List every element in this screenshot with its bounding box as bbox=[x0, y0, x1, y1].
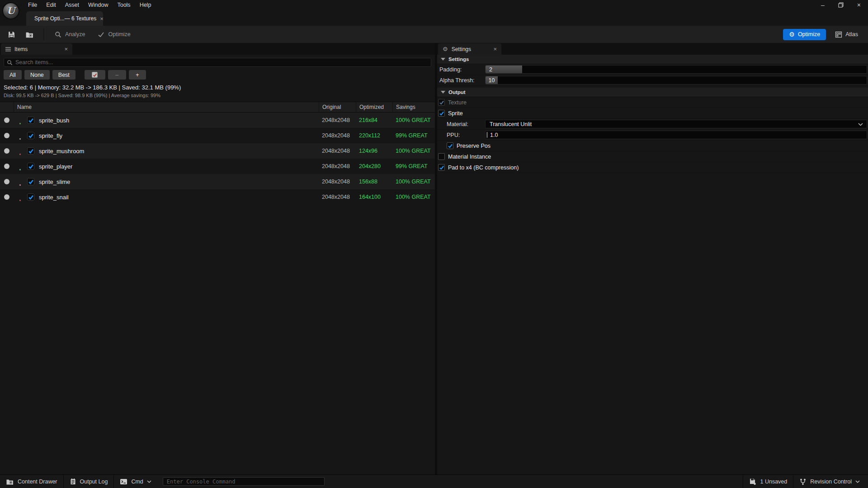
collapse-arrow-icon bbox=[441, 58, 445, 61]
preserve-pos-label: Preserve Pos bbox=[457, 143, 491, 149]
original-size: 2048x2048 bbox=[319, 132, 356, 139]
alpha-threshold-input[interactable]: 10 bbox=[485, 76, 867, 84]
save-button[interactable] bbox=[3, 26, 20, 43]
unsaved-button[interactable]: 1 Unsaved bbox=[743, 475, 793, 488]
save-unsaved-icon bbox=[749, 478, 757, 485]
padding-input[interactable]: 2 bbox=[485, 65, 867, 74]
document-tab-title: Sprite Opti...— 6 Textures bbox=[34, 15, 96, 22]
toolbar-separator bbox=[43, 28, 44, 40]
row-checkbox[interactable] bbox=[27, 163, 34, 170]
optimize-primary-button[interactable]: ⚙ Optimize bbox=[783, 29, 826, 40]
revision-control-button[interactable]: Revision Control bbox=[793, 475, 868, 488]
sprite-name: sprite_fly bbox=[39, 132, 62, 139]
optimize-toolbar-button[interactable]: Optimize bbox=[91, 26, 137, 43]
select-all-button[interactable]: All bbox=[4, 70, 22, 80]
analyze-button[interactable]: Analyze bbox=[48, 26, 91, 43]
texture-checkbox[interactable] bbox=[438, 99, 445, 106]
select-none-button[interactable]: None bbox=[24, 70, 50, 80]
row-checkbox[interactable] bbox=[27, 193, 34, 201]
pad-x4-checkbox[interactable] bbox=[438, 164, 445, 171]
table-row[interactable]: sprite_slime 2048x2048 156x88 100% GREAT bbox=[0, 174, 435, 189]
table-row[interactable]: sprite_fly 2048x2048 220x112 99% GREAT bbox=[0, 128, 435, 143]
console-command-input[interactable] bbox=[163, 477, 325, 486]
ppu-label: PPU: bbox=[437, 132, 485, 138]
atlas-button[interactable]: Atlas bbox=[831, 31, 862, 38]
savings-value: 99% GREAT bbox=[392, 132, 435, 139]
output-log-button[interactable]: Output Log bbox=[64, 475, 114, 488]
menu-asset[interactable]: Asset bbox=[61, 0, 84, 9]
row-checkbox[interactable] bbox=[27, 117, 34, 124]
increase-button[interactable]: + bbox=[129, 70, 146, 80]
items-panel: Items × All None Best bbox=[0, 43, 435, 474]
sprite-checkbox[interactable] bbox=[438, 110, 445, 117]
optimized-size: 156x88 bbox=[356, 178, 392, 185]
table-row[interactable]: sprite_bush 2048x2048 216x84 100% GREAT bbox=[0, 113, 435, 128]
maximize-icon[interactable] bbox=[838, 2, 844, 8]
close-icon[interactable]: × bbox=[857, 2, 861, 8]
search-icon bbox=[7, 60, 13, 66]
original-size: 2048x2048 bbox=[319, 117, 356, 123]
optimized-size: 216x84 bbox=[356, 117, 392, 123]
items-tab-close-icon[interactable]: × bbox=[64, 46, 68, 52]
decrease-button[interactable]: – bbox=[108, 70, 126, 80]
material-instance-label: Material Instance bbox=[448, 154, 491, 160]
row-checkbox[interactable] bbox=[27, 147, 34, 155]
tab-items[interactable]: Items × bbox=[1, 43, 72, 55]
menu-file[interactable]: File bbox=[24, 0, 42, 9]
sprite-thumbnail bbox=[19, 138, 21, 140]
material-dropdown[interactable]: Translucent Unlit bbox=[485, 120, 867, 128]
column-optimized[interactable]: Optimized bbox=[356, 102, 392, 112]
window-controls: – × bbox=[821, 2, 868, 8]
menu-help[interactable]: Help bbox=[135, 0, 156, 9]
section-settings[interactable]: Settings bbox=[437, 55, 868, 64]
gear-icon: ⚙ bbox=[789, 31, 795, 38]
checkbox-icon bbox=[92, 72, 98, 78]
optimized-size: 220x112 bbox=[356, 132, 392, 139]
atlas-icon bbox=[835, 31, 842, 38]
list-icon bbox=[5, 47, 11, 52]
material-instance-checkbox[interactable] bbox=[438, 153, 445, 160]
main-area: Items × All None Best bbox=[0, 43, 868, 474]
settings-tab-close-icon[interactable]: × bbox=[493, 46, 497, 52]
row-status-dot bbox=[4, 164, 9, 169]
unreal-engine-logo: U bbox=[2, 2, 19, 19]
folder-search-icon bbox=[25, 31, 34, 38]
menu-tools[interactable]: Tools bbox=[113, 0, 135, 9]
search-input[interactable] bbox=[15, 59, 428, 66]
title-bar: File Edit Asset Window Tools Help – × bbox=[0, 0, 868, 10]
row-checkbox[interactable] bbox=[27, 132, 34, 139]
table-row[interactable]: sprite_mushroom 2048x2048 124x96 100% GR… bbox=[0, 143, 435, 159]
row-checkbox[interactable] bbox=[27, 178, 34, 185]
ppu-input[interactable]: 1.0 bbox=[485, 131, 867, 139]
select-best-button[interactable]: Best bbox=[52, 70, 75, 80]
cmd-selector[interactable]: Cmd bbox=[114, 475, 157, 488]
original-size: 2048x2048 bbox=[319, 178, 356, 185]
section-output[interactable]: Output bbox=[437, 88, 868, 97]
sprite-thumbnail bbox=[19, 200, 21, 201]
savings-value: 100% GREAT bbox=[392, 148, 435, 154]
original-size: 2048x2048 bbox=[319, 194, 356, 200]
menu-edit[interactable]: Edit bbox=[42, 0, 61, 9]
chevron-down-icon bbox=[858, 123, 863, 126]
menu-window[interactable]: Window bbox=[84, 0, 113, 9]
row-status-dot bbox=[4, 194, 9, 200]
minimize-icon[interactable]: – bbox=[821, 2, 825, 8]
column-name[interactable]: Name bbox=[14, 102, 319, 112]
toggle-checked-button[interactable] bbox=[85, 70, 105, 80]
preserve-pos-checkbox[interactable] bbox=[447, 142, 453, 149]
table-row[interactable]: sprite_snail 2048x2048 164x100 100% GREA… bbox=[0, 189, 435, 205]
column-savings[interactable]: Savings bbox=[392, 102, 435, 112]
column-original[interactable]: Original bbox=[319, 102, 356, 112]
disk-stats: Disk: 99.5 KB -> 629 B | Saved: 98.9 KB … bbox=[4, 93, 431, 98]
sprite-thumbnail bbox=[19, 184, 21, 186]
table-row[interactable]: sprite_player 2048x2048 204x280 99% GREA… bbox=[0, 159, 435, 174]
savings-value: 100% GREAT bbox=[392, 178, 435, 185]
save-icon bbox=[8, 31, 15, 38]
tab-close-icon[interactable]: × bbox=[100, 16, 104, 22]
gear-icon: ⚙ bbox=[443, 46, 448, 52]
document-tab[interactable]: Sprite Opti...— 6 Textures × bbox=[26, 11, 103, 26]
content-drawer-button[interactable]: Content Drawer bbox=[0, 475, 63, 488]
savings-value: 99% GREAT bbox=[392, 163, 435, 169]
validate-assets-button[interactable] bbox=[20, 26, 39, 43]
tab-settings[interactable]: ⚙ Settings × bbox=[438, 43, 501, 55]
